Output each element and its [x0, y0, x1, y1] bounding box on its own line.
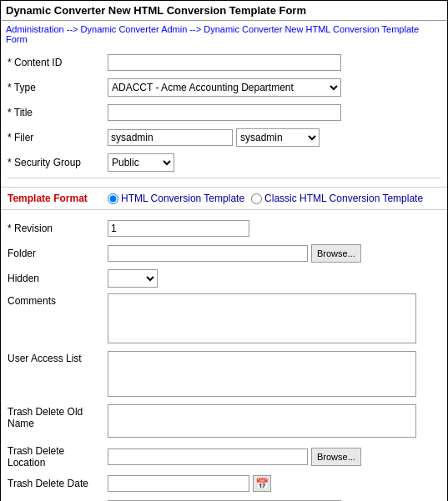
title-control — [108, 104, 440, 121]
page-title-bar: Dynamic Converter New HTML Conversion Te… — [1, 1, 447, 21]
hidden-control: True False — [108, 269, 440, 288]
radio-classic-input[interactable] — [251, 193, 262, 204]
folder-input[interactable] — [108, 245, 308, 262]
radio-html-label[interactable]: HTML Conversion Template — [108, 193, 244, 204]
revision-control — [108, 220, 440, 237]
radio-html-input[interactable] — [108, 193, 118, 204]
title-input[interactable] — [108, 104, 341, 121]
filer-label: * Filer — [8, 132, 108, 143]
type-select[interactable]: ADACCT - Acme Accounting Department — [108, 78, 341, 97]
form-area2: * Revision Folder Browse... Hidden True … — [1, 215, 447, 501]
radio-html-text: HTML Conversion Template — [121, 193, 244, 204]
type-control: ADACCT - Acme Accounting Department — [108, 78, 440, 97]
folder-browse-button[interactable]: Browse... — [311, 244, 361, 263]
folder-label: Folder — [8, 248, 108, 259]
trash-delete-location-control: Browse... — [108, 448, 440, 466]
breadcrumb-admin-link[interactable]: Administration --> — [6, 24, 78, 34]
trash-delete-location-label: Trash Delete Location — [8, 445, 108, 468]
revision-input[interactable] — [108, 220, 249, 237]
comments-control — [108, 293, 440, 346]
breadcrumb: Administration --> Dynamic Converter Adm… — [1, 21, 447, 49]
page-title: Dynamic Converter New HTML Conversion Te… — [6, 4, 442, 17]
template-format-label: Template Format — [8, 193, 108, 204]
trash-delete-old-control — [108, 404, 440, 440]
comments-textarea[interactable] — [108, 293, 416, 343]
content-id-input[interactable] — [108, 54, 341, 71]
trash-location-browse-button[interactable]: Browse... — [311, 448, 361, 466]
breadcrumb-dc-admin-link[interactable]: Dynamic Converter Admin — [81, 24, 188, 34]
calendar-icon[interactable]: 📅 — [253, 475, 271, 492]
divider1 — [8, 178, 440, 178]
security-group-control: Public — [108, 153, 440, 172]
user-access-row: User Access List — [8, 351, 440, 399]
user-access-textarea[interactable] — [108, 351, 416, 397]
radio-classic-text: Classic HTML Conversion Template — [264, 193, 423, 204]
user-access-control — [108, 351, 440, 399]
trash-delete-date-label: Trash Delete Date — [8, 478, 108, 489]
folder-row: Folder Browse... — [8, 243, 440, 263]
trash-delete-old-label: Trash Delete Old Name — [8, 404, 108, 429]
trash-delete-location-input[interactable] — [108, 448, 308, 465]
content-id-label: * Content ID — [8, 57, 108, 68]
hidden-select[interactable]: True False — [108, 269, 158, 288]
template-format-section: Template Format HTML Conversion Template… — [1, 187, 447, 210]
trash-delete-old-textarea[interactable] — [108, 404, 416, 438]
revision-row: * Revision — [8, 218, 440, 238]
title-row: * Title — [8, 103, 440, 123]
security-group-select[interactable]: Public — [108, 153, 174, 172]
type-row: * Type ADACCT - Acme Accounting Departme… — [8, 78, 440, 98]
revision-label: * Revision — [8, 223, 108, 234]
filer-control: sysadmin — [108, 128, 440, 147]
type-label: * Type — [8, 82, 108, 93]
content-id-control — [108, 54, 440, 71]
comments-row: Comments — [8, 293, 440, 346]
filer-select[interactable]: sysadmin — [236, 128, 320, 147]
comments-label: Comments — [8, 293, 108, 307]
user-access-label: User Access List — [8, 351, 108, 364]
folder-control: Browse... — [108, 244, 440, 263]
form-area: * Content ID * Type ADACCT - Acme Accoun… — [1, 49, 447, 187]
security-group-label: * Security Group — [8, 157, 108, 168]
radio-group: HTML Conversion Template Classic HTML Co… — [108, 193, 423, 204]
filer-input1[interactable] — [108, 129, 233, 146]
hidden-row: Hidden True False — [8, 268, 440, 288]
content-id-row: * Content ID — [8, 53, 440, 73]
trash-delete-date-input[interactable] — [108, 475, 249, 492]
radio-classic-label[interactable]: Classic HTML Conversion Template — [251, 193, 423, 204]
filer-row: * Filer sysadmin — [8, 128, 440, 148]
security-group-row: * Security Group Public — [8, 153, 440, 173]
trash-delete-location-row: Trash Delete Location Browse... — [8, 445, 440, 468]
trash-delete-date-row: Trash Delete Date 📅 — [8, 473, 440, 493]
trash-delete-date-control: 📅 — [108, 475, 440, 492]
title-label: * Title — [8, 107, 108, 118]
hidden-label: Hidden — [8, 273, 108, 284]
trash-delete-old-row: Trash Delete Old Name — [8, 404, 440, 440]
